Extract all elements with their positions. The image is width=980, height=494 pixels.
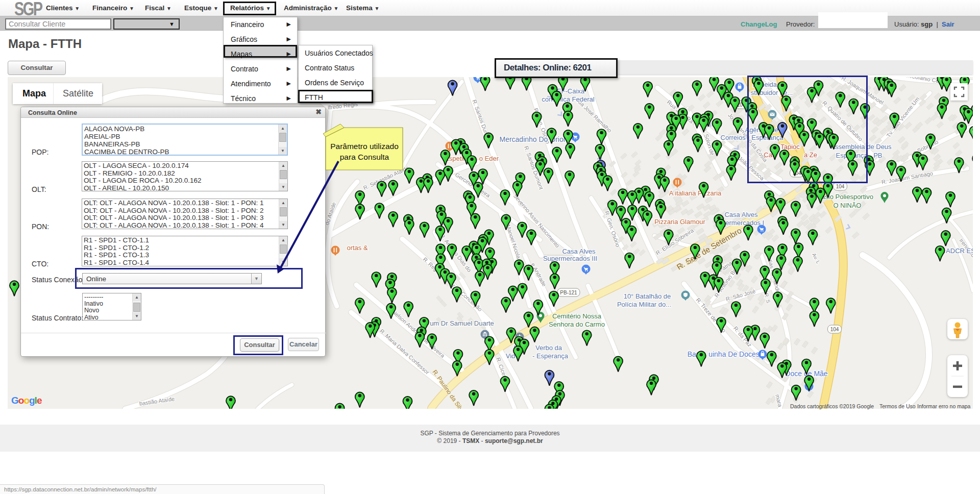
svg-text:o Eder: o Eder	[479, 155, 499, 162]
svg-text:A italiana Pizzaria: A italiana Pizzaria	[669, 189, 722, 197]
svg-text:uinha De Doces: uinha De Doces	[708, 350, 760, 358]
svg-text:Senhora do Carmo: Senhora do Carmo	[549, 320, 605, 328]
svg-text:10° Batalhão de: 10° Batalhão de	[624, 292, 671, 300]
svg-text:Mercadinho Do Orion: Mercadinho Do Orion	[499, 135, 567, 143]
svg-text:Casa Alves: Casa Alves	[562, 248, 596, 255]
svg-text:PB-121: PB-121	[560, 290, 577, 295]
svg-text:Supermercados III: Supermercados III	[543, 255, 597, 262]
svg-text:Casa Alves: Casa Alves	[724, 211, 758, 218]
svg-text:Cemitério Nossa: Cemitério Nossa	[552, 312, 602, 320]
svg-text:104: 104	[830, 327, 839, 332]
svg-text:O NINÃO: O NINÃO	[834, 202, 862, 209]
svg-text:Mercadinho Do: Mercadinho Do	[332, 136, 377, 143]
svg-text:- Esperança: - Esperança	[532, 352, 569, 360]
svg-text:ortas &: ortas &	[347, 244, 368, 252]
svg-text:104: 104	[836, 184, 845, 189]
svg-text:Pizzaria Glamour: Pizzaria Glamour	[654, 218, 705, 226]
svg-text:um Dr Samuel Duarte: um Dr Samuel Duarte	[430, 319, 494, 327]
svg-text:Polícia Militar do...: Polícia Militar do...	[617, 301, 671, 308]
svg-text:Verbo da: Verbo da	[535, 344, 562, 352]
svg-text:ADCR ES: ADCR ES	[946, 247, 973, 255]
